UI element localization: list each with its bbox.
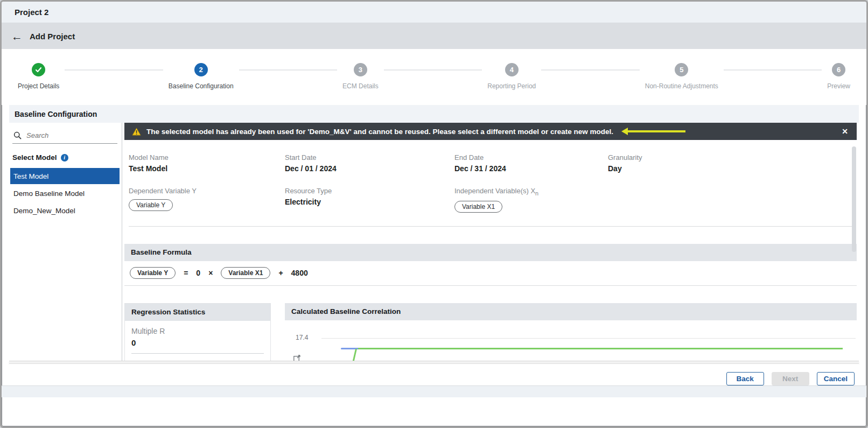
formula-x1-pill: Variable X1 bbox=[221, 267, 270, 279]
section-title-bar: Baseline Configuration bbox=[9, 105, 859, 123]
baseline-formula-header: Baseline Formula bbox=[124, 244, 857, 261]
baseline-correlation-panel: Calculated Baseline Correlation 17.4 bbox=[285, 303, 857, 361]
annotation-arrow bbox=[627, 130, 685, 132]
details-row-2: Dependent Variable Y Variable Y Resource… bbox=[129, 187, 852, 213]
page-header: ← Add Project bbox=[2, 23, 866, 49]
baseline-formula-section: Baseline Formula Variable Y = 0 × Variab… bbox=[124, 244, 857, 286]
step-label: ECM Details bbox=[342, 82, 379, 90]
model-list: Test Model Demo Baseline Model Demo_New_… bbox=[9, 168, 122, 219]
main-content: The selected model has already been used… bbox=[122, 123, 859, 361]
step-label: Baseline Configuration bbox=[169, 82, 234, 90]
page-body: Baseline Configuration Select Model i Te… bbox=[2, 105, 866, 385]
step-6-circle: 6 bbox=[832, 63, 845, 76]
back-button[interactable]: Back bbox=[726, 372, 764, 385]
window-title-bar: Project 2 bbox=[2, 2, 866, 23]
baseline-formula-row: Variable Y = 0 × Variable X1 + 4800 bbox=[124, 261, 857, 286]
model-item-demo-new-model[interactable]: Demo_New_Model bbox=[10, 202, 120, 219]
info-icon[interactable]: i bbox=[61, 154, 68, 162]
bottom-status-strip bbox=[2, 385, 866, 397]
wizard-stepper: Project Details 2 Baseline Configuration… bbox=[2, 49, 866, 105]
search-icon bbox=[13, 131, 22, 139]
model-item-test-model[interactable]: Test Model bbox=[10, 168, 120, 184]
chart-expand-icon[interactable] bbox=[293, 355, 300, 361]
page-title: Add Project bbox=[30, 32, 75, 41]
stepper-connector bbox=[239, 69, 337, 71]
step-ecm-details[interactable]: 3 ECM Details bbox=[342, 63, 379, 90]
chart-line-green bbox=[358, 348, 843, 349]
select-model-label: Select Model bbox=[12, 153, 57, 162]
cancel-button[interactable]: Cancel bbox=[817, 372, 855, 385]
variable-y-pill: Variable Y bbox=[129, 199, 173, 211]
formula-coefficient: 0 bbox=[196, 269, 200, 277]
step-preview[interactable]: 6 Preview bbox=[827, 63, 850, 90]
vertical-scrollbar-thumb[interactable] bbox=[852, 146, 856, 252]
step-label: Reporting Period bbox=[487, 82, 536, 90]
field-resource-type: Resource Type Electricity bbox=[285, 187, 454, 213]
step-baseline-configuration[interactable]: 2 Baseline Configuration bbox=[169, 63, 234, 90]
step-1-check-circle bbox=[32, 63, 45, 76]
close-icon[interactable]: ✕ bbox=[841, 127, 849, 136]
field-dependent-variable: Dependent Variable Y Variable Y bbox=[129, 187, 285, 213]
variable-x1-pill: Variable X1 bbox=[454, 201, 502, 213]
stepper-connector bbox=[65, 69, 163, 71]
multiply-sign: × bbox=[208, 269, 213, 277]
multiple-r-label: Multiple R bbox=[131, 327, 264, 335]
warning-banner: The selected model has already been used… bbox=[124, 123, 857, 140]
warning-icon bbox=[132, 128, 141, 136]
regression-statistics-header: Regression Statistics bbox=[125, 304, 270, 321]
formula-intercept: 4800 bbox=[291, 269, 308, 277]
field-start-date: Start Date Dec / 01 / 2024 bbox=[285, 153, 454, 173]
y-axis-tick: 17.4 bbox=[296, 334, 308, 341]
r-square-label: R Square bbox=[131, 359, 264, 361]
step-non-routine-adjustments[interactable]: 5 Non-Routine Adjustments bbox=[645, 63, 718, 90]
field-end-date: End Date Dec / 31 / 2024 bbox=[454, 153, 608, 173]
step-label: Preview bbox=[827, 82, 850, 90]
stepper-connector bbox=[724, 69, 822, 71]
baseline-correlation-header: Calculated Baseline Correlation bbox=[285, 303, 857, 320]
field-model-name: Model Name Test Model bbox=[129, 153, 285, 173]
project-title: Project 2 bbox=[15, 8, 48, 17]
step-label: Non-Routine Adjustments bbox=[645, 82, 718, 90]
multiple-r-value: 0 bbox=[131, 338, 264, 347]
step-reporting-period[interactable]: 4 Reporting Period bbox=[487, 63, 536, 90]
next-button[interactable]: Next bbox=[772, 372, 809, 385]
details-row-1: Model Name Test Model Start Date Dec / 0… bbox=[129, 153, 852, 173]
chart-gridline bbox=[321, 338, 856, 339]
correlation-chart: 17.4 bbox=[285, 320, 857, 361]
step-project-details[interactable]: Project Details bbox=[18, 63, 59, 90]
step-4-circle: 4 bbox=[505, 63, 519, 76]
chart-line-green-rise bbox=[350, 348, 357, 361]
back-arrow-icon[interactable]: ← bbox=[11, 31, 23, 42]
model-search bbox=[12, 131, 117, 144]
check-icon bbox=[35, 66, 42, 73]
formula-y-pill: Variable Y bbox=[130, 267, 176, 279]
step-3-circle: 3 bbox=[354, 63, 367, 76]
warning-message: The selected model has already been used… bbox=[146, 128, 613, 136]
app-window: Project 2 ← Add Project Project Details … bbox=[0, 0, 868, 428]
field-granularity: Granularity Day bbox=[608, 153, 852, 173]
field-empty bbox=[608, 187, 852, 213]
stepper-connector bbox=[384, 69, 482, 71]
model-sidebar: Select Model i Test Model Demo Baseline … bbox=[9, 123, 122, 361]
model-item-demo-baseline-model[interactable]: Demo Baseline Model bbox=[10, 185, 120, 201]
search-input[interactable] bbox=[26, 131, 102, 139]
equals-sign: = bbox=[184, 269, 188, 277]
wizard-footer: Back Next Cancel bbox=[9, 364, 859, 385]
stepper-connector bbox=[541, 69, 639, 71]
details-divider bbox=[129, 226, 852, 227]
step-2-circle: 2 bbox=[194, 63, 208, 76]
select-model-row: Select Model i bbox=[12, 153, 122, 162]
regression-statistics-panel: Regression Statistics Multiple R 0 R Squ… bbox=[124, 303, 271, 361]
stat-divider bbox=[131, 353, 264, 354]
section-title: Baseline Configuration bbox=[15, 110, 97, 118]
plus-sign: + bbox=[278, 269, 283, 277]
step-label: Project Details bbox=[18, 82, 59, 90]
model-details: Model Name Test Model Start Date Dec / 0… bbox=[124, 140, 857, 227]
step-5-circle: 5 bbox=[675, 63, 688, 76]
statistics-panels: Regression Statistics Multiple R 0 R Squ… bbox=[124, 303, 857, 361]
field-independent-variables: Independent Variable(s) Xn Variable X1 bbox=[454, 187, 608, 213]
